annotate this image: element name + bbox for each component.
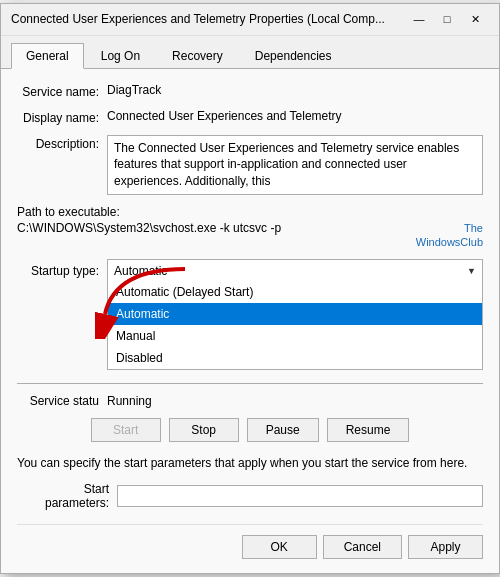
service-name-row: Service name: DiagTrack	[17, 83, 483, 99]
dropdown-selected[interactable]: Automatic ▼	[107, 259, 483, 283]
display-name-row: Display name: Connected User Experiences…	[17, 109, 483, 125]
resume-button[interactable]: Resume	[327, 418, 410, 442]
info-text: You can specify the start parameters tha…	[17, 454, 483, 472]
maximize-button[interactable]: □	[433, 9, 461, 29]
startup-type-label: Startup type:	[17, 264, 107, 278]
service-name-label: Service name:	[17, 83, 107, 99]
stop-button[interactable]: Stop	[169, 418, 239, 442]
service-status-label: Service statu	[17, 394, 107, 408]
dropdown-selected-text: Automatic	[114, 264, 467, 278]
tab-recovery[interactable]: Recovery	[157, 43, 238, 69]
chevron-down-icon: ▼	[467, 266, 476, 276]
dropdown-option-automatic[interactable]: Automatic	[108, 303, 482, 325]
startup-type-section: Startup type: Automatic ▼ Automatic (Del…	[17, 259, 483, 283]
service-status-value: Running	[107, 394, 152, 408]
service-control-buttons: Start Stop Pause Resume	[17, 418, 483, 442]
dropdown-option-manual[interactable]: Manual	[108, 325, 482, 347]
cancel-button[interactable]: Cancel	[323, 535, 402, 559]
close-button[interactable]: ✕	[461, 9, 489, 29]
title-bar-buttons: — □ ✕	[405, 9, 489, 29]
path-label: Path to executable:	[17, 205, 483, 219]
display-name-value: Connected User Experiences and Telemetry	[107, 109, 483, 123]
description-row: Description: The Connected User Experien…	[17, 135, 483, 195]
title-bar: Connected User Experiences and Telemetry…	[1, 4, 499, 36]
window-title: Connected User Experiences and Telemetry…	[11, 12, 385, 26]
divider-1	[17, 383, 483, 384]
start-params-input[interactable]	[117, 485, 483, 507]
service-status-section: Service statu Running	[17, 394, 483, 408]
dropdown-options-list: Automatic (Delayed Start) Automatic Manu…	[107, 281, 483, 370]
tab-general[interactable]: General	[11, 43, 84, 69]
service-name-value: DiagTrack	[107, 83, 483, 97]
path-section: Path to executable: C:\WINDOWS\System32\…	[17, 205, 483, 250]
path-row: C:\WINDOWS\System32\svchost.exe -k utcsv…	[17, 221, 483, 250]
tab-content: Service name: DiagTrack Display name: Co…	[1, 69, 499, 574]
description-label: Description:	[17, 135, 107, 151]
tab-dependencies[interactable]: Dependencies	[240, 43, 347, 69]
minimize-button[interactable]: —	[405, 9, 433, 29]
tab-bar: General Log On Recovery Dependencies	[1, 36, 499, 69]
ok-button[interactable]: OK	[242, 535, 317, 559]
tab-logon[interactable]: Log On	[86, 43, 155, 69]
start-params-label: Start parameters:	[17, 482, 117, 510]
apply-button[interactable]: Apply	[408, 535, 483, 559]
startup-type-dropdown[interactable]: Automatic ▼ Automatic (Delayed Start) Au…	[107, 259, 483, 283]
start-params-row: Start parameters:	[17, 482, 483, 510]
pause-button[interactable]: Pause	[247, 418, 319, 442]
path-value: C:\WINDOWS\System32\svchost.exe -k utcsv…	[17, 221, 403, 235]
start-button[interactable]: Start	[91, 418, 161, 442]
display-name-label: Display name:	[17, 109, 107, 125]
ok-cancel-row: OK Cancel Apply	[17, 524, 483, 559]
dropdown-option-disabled[interactable]: Disabled	[108, 347, 482, 369]
watermark-text: TheWindowsClub	[403, 221, 483, 250]
properties-window: Connected User Experiences and Telemetry…	[0, 3, 500, 575]
description-value: The Connected User Experiences and Telem…	[107, 135, 483, 195]
dropdown-option-automatic-delayed[interactable]: Automatic (Delayed Start)	[108, 281, 482, 303]
